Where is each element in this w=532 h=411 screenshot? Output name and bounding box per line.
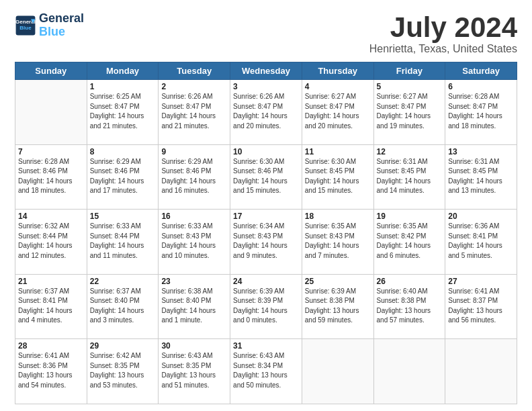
logo-line1: General <box>39 11 84 25</box>
day-info: Sunrise: 6:39 AM Sunset: 8:39 PM Dayligh… <box>233 287 299 326</box>
day-cell <box>15 80 87 145</box>
day-cell: 7Sunrise: 6:28 AM Sunset: 8:46 PM Daylig… <box>15 144 87 210</box>
day-cell: 3Sunrise: 6:26 AM Sunset: 8:47 PM Daylig… <box>230 80 302 145</box>
day-info: Sunrise: 6:34 AM Sunset: 8:43 PM Dayligh… <box>233 222 299 261</box>
logo-icon: General Blue <box>15 15 36 36</box>
day-info: Sunrise: 6:35 AM Sunset: 8:42 PM Dayligh… <box>377 222 443 261</box>
day-info: Sunrise: 6:41 AM Sunset: 8:37 PM Dayligh… <box>448 287 514 326</box>
day-number: 8 <box>90 147 156 156</box>
day-number: 30 <box>161 341 227 351</box>
day-info: Sunrise: 6:27 AM Sunset: 8:47 PM Dayligh… <box>377 92 443 131</box>
day-cell: 24Sunrise: 6:39 AM Sunset: 8:39 PM Dayli… <box>230 274 302 339</box>
day-cell: 10Sunrise: 6:30 AM Sunset: 8:46 PM Dayli… <box>230 144 302 210</box>
day-number: 19 <box>377 212 443 221</box>
day-cell: 9Sunrise: 6:29 AM Sunset: 8:46 PM Daylig… <box>159 144 230 210</box>
day-number: 11 <box>305 147 371 156</box>
calendar-table: SundayMondayTuesdayWednesdayThursdayFrid… <box>15 62 517 404</box>
day-info: Sunrise: 6:30 AM Sunset: 8:45 PM Dayligh… <box>305 157 371 196</box>
day-cell: 8Sunrise: 6:29 AM Sunset: 8:46 PM Daylig… <box>87 144 159 210</box>
day-cell: 15Sunrise: 6:33 AM Sunset: 8:44 PM Dayli… <box>87 210 159 275</box>
day-info: Sunrise: 6:33 AM Sunset: 8:44 PM Dayligh… <box>90 222 156 261</box>
day-info: Sunrise: 6:43 AM Sunset: 8:34 PM Dayligh… <box>233 351 299 390</box>
day-number: 3 <box>233 82 299 91</box>
title-block: July 2024 Henrietta, Texas, United State… <box>369 12 517 55</box>
day-info: Sunrise: 6:43 AM Sunset: 8:35 PM Dayligh… <box>161 351 227 390</box>
day-number: 7 <box>18 147 84 156</box>
day-info: Sunrise: 6:28 AM Sunset: 8:46 PM Dayligh… <box>18 157 84 196</box>
logo-text: General Blue <box>39 12 84 39</box>
weekday-header-monday: Monday <box>87 62 159 80</box>
day-cell: 30Sunrise: 6:43 AM Sunset: 8:35 PM Dayli… <box>159 339 230 404</box>
day-cell: 2Sunrise: 6:26 AM Sunset: 8:47 PM Daylig… <box>159 80 230 145</box>
day-number: 23 <box>161 277 227 286</box>
day-info: Sunrise: 6:29 AM Sunset: 8:46 PM Dayligh… <box>90 157 156 196</box>
day-cell: 26Sunrise: 6:40 AM Sunset: 8:38 PM Dayli… <box>373 274 445 339</box>
weekday-header-thursday: Thursday <box>302 62 373 80</box>
day-cell: 28Sunrise: 6:41 AM Sunset: 8:36 PM Dayli… <box>15 339 87 404</box>
day-info: Sunrise: 6:31 AM Sunset: 8:45 PM Dayligh… <box>377 157 443 196</box>
month-title: July 2024 <box>369 12 517 43</box>
day-info: Sunrise: 6:28 AM Sunset: 8:47 PM Dayligh… <box>448 92 514 131</box>
day-number: 5 <box>377 82 443 91</box>
day-cell: 16Sunrise: 6:33 AM Sunset: 8:43 PM Dayli… <box>159 210 230 275</box>
week-row-3: 14Sunrise: 6:32 AM Sunset: 8:44 PM Dayli… <box>15 210 517 275</box>
day-info: Sunrise: 6:42 AM Sunset: 8:35 PM Dayligh… <box>90 351 156 390</box>
day-info: Sunrise: 6:39 AM Sunset: 8:38 PM Dayligh… <box>305 287 371 326</box>
day-cell: 25Sunrise: 6:39 AM Sunset: 8:38 PM Dayli… <box>302 274 373 339</box>
day-cell: 17Sunrise: 6:34 AM Sunset: 8:43 PM Dayli… <box>230 210 302 275</box>
day-info: Sunrise: 6:40 AM Sunset: 8:38 PM Dayligh… <box>377 287 443 326</box>
day-number: 17 <box>233 212 299 221</box>
day-number: 31 <box>233 341 299 351</box>
day-cell: 14Sunrise: 6:32 AM Sunset: 8:44 PM Dayli… <box>15 210 87 275</box>
weekday-header-tuesday: Tuesday <box>159 62 230 80</box>
week-row-4: 21Sunrise: 6:37 AM Sunset: 8:41 PM Dayli… <box>15 274 517 339</box>
day-number: 28 <box>18 341 84 351</box>
week-row-5: 28Sunrise: 6:41 AM Sunset: 8:36 PM Dayli… <box>15 339 517 404</box>
week-row-1: 1Sunrise: 6:25 AM Sunset: 8:47 PM Daylig… <box>15 80 517 145</box>
day-info: Sunrise: 6:26 AM Sunset: 8:47 PM Dayligh… <box>161 92 227 131</box>
day-info: Sunrise: 6:32 AM Sunset: 8:44 PM Dayligh… <box>18 222 84 261</box>
day-number: 6 <box>448 82 514 91</box>
day-number: 12 <box>377 147 443 156</box>
day-number: 16 <box>161 212 227 221</box>
day-number: 24 <box>233 277 299 286</box>
day-number: 22 <box>90 277 156 286</box>
day-info: Sunrise: 6:33 AM Sunset: 8:43 PM Dayligh… <box>161 222 227 261</box>
day-number: 21 <box>18 277 84 286</box>
day-info: Sunrise: 6:38 AM Sunset: 8:40 PM Dayligh… <box>161 287 227 326</box>
day-number: 9 <box>161 147 227 156</box>
day-cell: 20Sunrise: 6:36 AM Sunset: 8:41 PM Dayli… <box>445 210 517 275</box>
day-number: 15 <box>90 212 156 221</box>
day-info: Sunrise: 6:41 AM Sunset: 8:36 PM Dayligh… <box>18 351 84 390</box>
day-number: 18 <box>305 212 371 221</box>
day-info: Sunrise: 6:29 AM Sunset: 8:46 PM Dayligh… <box>161 157 227 196</box>
page: General Blue General Blue July 2024 Henr… <box>0 0 532 411</box>
day-number: 14 <box>18 212 84 221</box>
day-cell <box>373 339 445 404</box>
day-cell: 4Sunrise: 6:27 AM Sunset: 8:47 PM Daylig… <box>302 80 373 145</box>
weekday-header-friday: Friday <box>373 62 445 80</box>
header: General Blue General Blue July 2024 Henr… <box>15 12 517 55</box>
svg-text:Blue: Blue <box>19 25 32 31</box>
day-info: Sunrise: 6:36 AM Sunset: 8:41 PM Dayligh… <box>448 222 514 261</box>
day-number: 4 <box>305 82 371 91</box>
day-number: 13 <box>448 147 514 156</box>
day-number: 10 <box>233 147 299 156</box>
day-number: 1 <box>90 82 156 91</box>
day-cell: 19Sunrise: 6:35 AM Sunset: 8:42 PM Dayli… <box>373 210 445 275</box>
day-info: Sunrise: 6:35 AM Sunset: 8:43 PM Dayligh… <box>305 222 371 261</box>
day-cell: 18Sunrise: 6:35 AM Sunset: 8:43 PM Dayli… <box>302 210 373 275</box>
day-cell: 1Sunrise: 6:25 AM Sunset: 8:47 PM Daylig… <box>87 80 159 145</box>
logo: General Blue General Blue <box>15 12 84 39</box>
day-cell <box>445 339 517 404</box>
day-cell: 23Sunrise: 6:38 AM Sunset: 8:40 PM Dayli… <box>159 274 230 339</box>
weekday-header-saturday: Saturday <box>445 62 517 80</box>
day-number: 2 <box>161 82 227 91</box>
day-cell: 29Sunrise: 6:42 AM Sunset: 8:35 PM Dayli… <box>87 339 159 404</box>
location-title: Henrietta, Texas, United States <box>369 43 517 55</box>
logo-line2: Blue <box>39 25 65 38</box>
day-cell <box>302 339 373 404</box>
day-cell: 11Sunrise: 6:30 AM Sunset: 8:45 PM Dayli… <box>302 144 373 210</box>
day-info: Sunrise: 6:37 AM Sunset: 8:41 PM Dayligh… <box>18 287 84 326</box>
day-cell: 21Sunrise: 6:37 AM Sunset: 8:41 PM Dayli… <box>15 274 87 339</box>
